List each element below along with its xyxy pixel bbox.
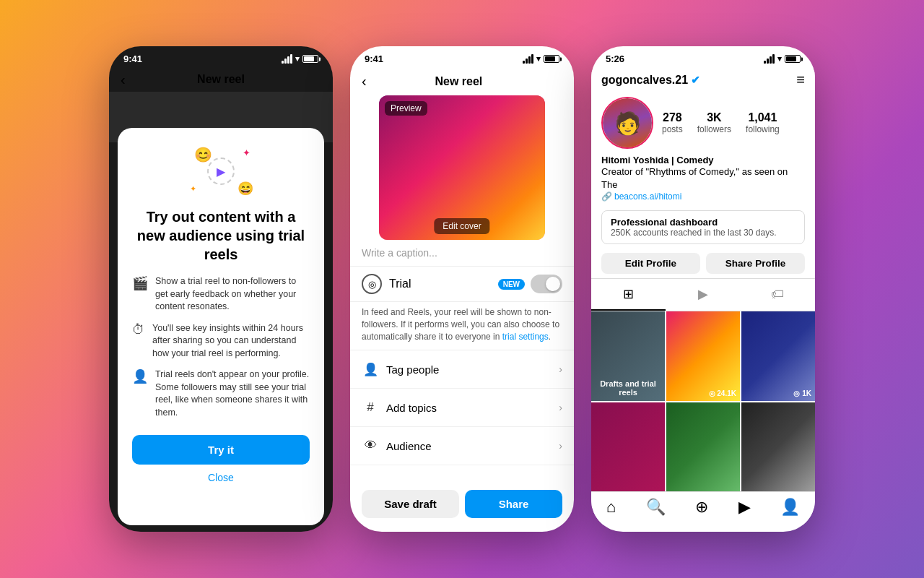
tab-grid[interactable]: ⊞ <box>591 279 666 311</box>
view-count-2: ◎ 1K <box>793 389 811 397</box>
signal-icon-2 <box>523 54 533 64</box>
search-nav[interactable]: 🔍 <box>646 498 666 517</box>
status-icons-1: ▾ <box>282 54 318 64</box>
wifi-icon-3: ▾ <box>777 54 782 64</box>
wifi-icon-1: ▾ <box>295 54 300 64</box>
tab-reels[interactable]: ▶ <box>666 279 740 311</box>
menu-icon[interactable]: ≡ <box>796 72 805 88</box>
audience-label: Audience <box>386 440 559 452</box>
profile-header: gogoncalves.21 ✔ ≡ <box>591 67 815 92</box>
audience-icon: 👁 <box>362 437 379 454</box>
video-preview: Preview Edit cover <box>379 95 545 240</box>
followers-label: followers <box>697 124 731 134</box>
signal-icon-1 <box>282 54 292 64</box>
trial-icon-area: 😊 ▶ 😄 ✦ ✦ <box>188 142 253 200</box>
profile-nav[interactable]: 👤 <box>780 498 800 517</box>
audience-row[interactable]: 👁 Audience › <box>350 427 574 465</box>
edit-profile-button[interactable]: Edit Profile <box>601 253 700 274</box>
status-icons-3: ▾ <box>764 54 801 64</box>
trial-label: Trial <box>389 277 498 290</box>
username-text: gogoncalves.21 <box>601 74 688 87</box>
grid-item-5[interactable] <box>666 402 740 491</box>
profile-info-row: 🧑 278 posts 3K followers 1,041 following <box>591 92 815 153</box>
following-count: 1,041 <box>748 111 777 124</box>
try-it-button[interactable]: Try it <box>132 435 310 465</box>
back-button-1[interactable]: ‹ <box>121 72 126 88</box>
profile-actions: Edit Profile Share Profile <box>591 249 815 278</box>
drafts-label: Drafts and trial reels <box>591 379 665 397</box>
phone-3: 5:26 ▾ gogoncalves.21 ✔ ≡ 🧑 <box>591 46 815 532</box>
posts-count: 278 <box>663 111 682 124</box>
phone2-title: New reel <box>372 75 545 88</box>
posts-label: posts <box>662 124 683 134</box>
wifi-icon-2: ▾ <box>536 54 541 64</box>
avatar[interactable]: 🧑 <box>601 97 653 149</box>
status-time-2: 9:41 <box>365 53 383 64</box>
status-bar-1: 9:41 ▾ <box>109 46 333 67</box>
trial-toggle[interactable] <box>531 275 562 293</box>
trial-point-2: ⏱ You'll see key insights within 24 hour… <box>132 322 310 361</box>
reels-nav[interactable]: ▶ <box>738 498 751 517</box>
caption-field[interactable]: Write a caption... <box>350 240 574 267</box>
phone1-header: ‹ New reel <box>109 67 333 92</box>
tag-people-row[interactable]: 👤 Tag people › <box>350 350 574 389</box>
back-button-2[interactable]: ‹ <box>362 73 367 90</box>
trial-point-text-1: Show a trial reel to non-followers to ge… <box>155 275 310 314</box>
home-nav[interactable]: ⌂ <box>606 498 616 517</box>
tab-tagged[interactable]: 🏷 <box>741 279 815 311</box>
professional-dashboard-card[interactable]: Professional dashboard 250K accounts rea… <box>601 210 805 244</box>
dashboard-title: Professional dashboard <box>611 217 796 228</box>
phone1-main: ‹ New reel 😊 ▶ 😄 ✦ ✦ Try out content wit… <box>109 67 333 525</box>
bio-link[interactable]: 🔗 beacons.ai/hitomi <box>601 191 805 202</box>
trial-point-text-2: You'll see key insights within 24 hours … <box>152 322 310 361</box>
tag-people-icon: 👤 <box>362 361 379 378</box>
topics-chevron-icon: › <box>559 402 562 413</box>
status-bar-2: 9:41 ▾ <box>350 46 574 67</box>
following-stat[interactable]: 1,041 following <box>746 111 780 134</box>
phone-1: 9:41 ▾ ‹ New reel 😊 ▶ � <box>109 46 333 532</box>
close-button[interactable]: Close <box>208 472 234 483</box>
grid-item-4[interactable] <box>591 402 665 491</box>
trial-row-icon: ◎ <box>362 274 382 294</box>
trial-title: Try out content with a new audience usin… <box>132 207 310 264</box>
bio-line2: Creator of "Rhythms of Comedy," as seen … <box>601 165 805 191</box>
trial-point-text-3: Trial reels don't appear on your profile… <box>155 368 310 419</box>
bio-name: Hitomi Yoshida | Comedy <box>601 155 805 165</box>
signal-icon-3 <box>764 54 775 64</box>
battery-icon-3 <box>785 55 801 63</box>
add-topics-row[interactable]: # Add topics › <box>350 389 574 427</box>
phone2-main: ‹ New reel Preview Edit cover Write a ca… <box>350 67 574 525</box>
share-button[interactable]: Share <box>465 490 562 518</box>
photo-grid: Drafts and trial reels ◎ 24.1K ◎ 1K <box>591 311 815 491</box>
followers-stat[interactable]: 3K followers <box>697 111 731 134</box>
phone2-header: ‹ New reel <box>350 67 574 95</box>
create-nav[interactable]: ⊕ <box>695 498 708 517</box>
profile-username: gogoncalves.21 ✔ <box>601 74 700 87</box>
grid-item-6[interactable] <box>741 402 815 491</box>
grid-item-3[interactable]: ◎ 1K <box>741 311 815 400</box>
trial-card: 😊 ▶ 😄 ✦ ✦ Try out content with a new aud… <box>118 128 324 525</box>
grid-item-2[interactable]: ◎ 24.1K <box>666 311 740 400</box>
share-profile-button[interactable]: Share Profile <box>706 253 805 274</box>
phone-2: 9:41 ▾ ‹ New reel Preview Edit cover Wri… <box>350 46 574 532</box>
trial-settings-link[interactable]: trial settings <box>502 332 549 342</box>
trial-point-1: 🎬 Show a trial reel to non-followers to … <box>132 275 310 314</box>
bio-area: Hitomi Yoshida | Comedy Creator of "Rhyt… <box>591 153 815 206</box>
grid-item-drafts[interactable]: Drafts and trial reels <box>591 311 665 400</box>
view-count-1: ◎ 24.1K <box>709 389 736 397</box>
dashboard-subtitle: 250K accounts reached in the last 30 day… <box>611 228 796 238</box>
bottom-navigation: ⌂ 🔍 ⊕ ▶ 👤 <box>591 491 815 525</box>
trial-description: In feed and Reels, your reel will be sho… <box>350 302 574 350</box>
new-badge: NEW <box>498 279 525 290</box>
stats-row: 278 posts 3K followers 1,041 following <box>662 111 780 134</box>
save-draft-button[interactable]: Save draft <box>362 490 459 518</box>
status-time-1: 9:41 <box>123 53 142 64</box>
preview-badge: Preview <box>385 101 427 116</box>
reel-icon-1: 🎬 <box>132 275 148 291</box>
battery-icon-1 <box>302 55 318 63</box>
following-label: following <box>746 124 780 134</box>
edit-cover-badge[interactable]: Edit cover <box>434 218 489 234</box>
trial-point-3: 👤 Trial reels don't appear on your profi… <box>132 368 310 419</box>
profile-tabs: ⊞ ▶ 🏷 <box>591 278 815 311</box>
phone1-title: New reel <box>197 73 245 86</box>
